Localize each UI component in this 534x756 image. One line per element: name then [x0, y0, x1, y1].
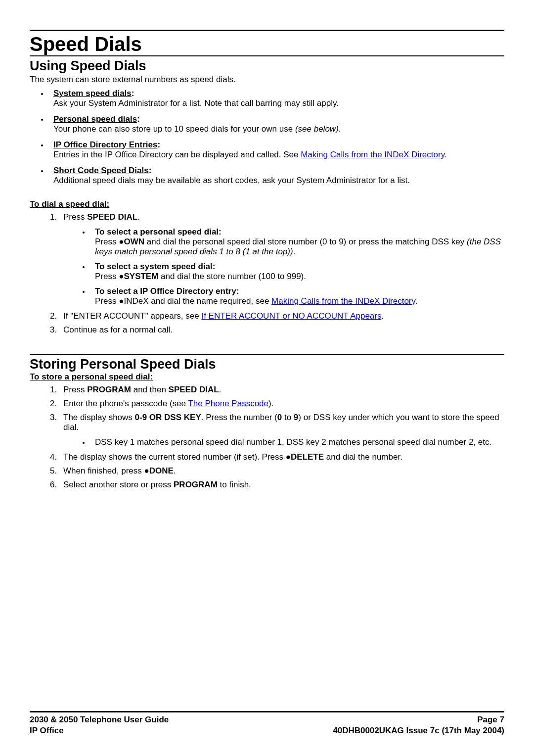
step-item: Select another store or press PROGRAM to…: [59, 480, 504, 490]
text: The display shows: [63, 413, 135, 422]
step-item: Continue as for a normal call.: [59, 325, 504, 335]
page-title: Speed Dials: [30, 33, 504, 55]
text: Select another store or press: [63, 480, 174, 489]
item-label: Personal speed dials: [53, 114, 137, 124]
text-bold: ●DONE: [144, 466, 173, 475]
text: Your phone can also store up to 10 speed…: [53, 124, 295, 134]
types-list: System speed dials: Ask your System Admi…: [48, 89, 504, 186]
footer-left: IP Office: [30, 725, 64, 736]
text-bold: ●DELETE: [286, 452, 324, 462]
text-bold: PROGRAM: [174, 480, 218, 489]
item-desc: Ask your System Administrator for a list…: [53, 98, 339, 108]
text: Enter the phone's passcode (see: [63, 399, 188, 408]
step-item: If "ENTER ACCOUNT" appears, see If ENTER…: [59, 311, 504, 321]
section2-title: Storing Personal Speed Dials: [30, 355, 504, 372]
text: Press: [63, 385, 87, 394]
text-bold: SPEED DIAL: [87, 212, 137, 222]
text: Press: [63, 212, 87, 222]
sub-title: To select a IP Office Directory entry:: [95, 286, 239, 296]
sub-list: To select a personal speed dial: Press ●…: [90, 227, 504, 306]
footer-left: 2030 & 2050 Telephone User Guide: [30, 714, 169, 725]
text-bold: PROGRAM: [87, 385, 131, 394]
text: . Press the number (: [201, 413, 277, 422]
top-rule: [30, 30, 504, 31]
list-item: Personal speed dials: Your phone can als…: [48, 114, 504, 134]
text: .: [381, 311, 384, 321]
item-desc: Entries in the IP Office Directory can b…: [53, 150, 447, 159]
step-item: Press PROGRAM and then SPEED DIAL.: [59, 385, 504, 395]
text: and dial the number.: [324, 452, 402, 462]
text-bold: 0: [277, 413, 282, 422]
text: .: [137, 212, 140, 222]
sub-item: DSS key 1 matches personal speed dial nu…: [90, 437, 504, 447]
text: The display shows the current stored num…: [63, 452, 286, 462]
section1-intro: The system can store external numbers as…: [30, 75, 504, 85]
to-store-heading: To store a personal speed dial:: [30, 372, 504, 382]
to-dial-heading: To dial a speed dial:: [30, 199, 504, 209]
item-desc: Your phone can also store up to 10 speed…: [53, 124, 341, 134]
text: ).: [268, 399, 273, 408]
page-footer: 2030 & 2050 Telephone User Guide Page 7 …: [30, 707, 504, 736]
text-bold: 0-9 OR DSS KEY: [135, 413, 201, 422]
item-label: System speed dials: [53, 89, 132, 98]
step-item: The display shows the current stored num…: [59, 452, 504, 462]
sub-title: To select a personal speed dial:: [95, 227, 222, 236]
text: When finished, press: [63, 466, 144, 475]
footer-right: Page 7: [477, 714, 504, 725]
text-italic: (see below): [295, 124, 339, 134]
text: Entries in the IP Office Directory can b…: [53, 150, 301, 159]
item-label: Short Code Speed Dials: [53, 166, 149, 175]
text: and then: [131, 385, 169, 394]
list-item: Short Code Speed Dials: Additional speed…: [48, 166, 504, 186]
text: and dial the personal speed dial store n…: [144, 237, 467, 246]
text: Press: [95, 237, 119, 246]
text-bold: ●SYSTEM: [119, 272, 158, 281]
step-item: The display shows 0-9 OR DSS KEY. Press …: [59, 413, 504, 447]
store-steps: Press PROGRAM and then SPEED DIAL. Enter…: [59, 385, 504, 490]
sub-item: To select a IP Office Directory entry: P…: [90, 286, 504, 306]
sub-item: To select a personal speed dial: Press ●…: [90, 227, 504, 257]
step-item: Enter the phone's passcode (see The Phon…: [59, 399, 504, 409]
text: .: [293, 247, 296, 256]
text-bold: SPEED DIAL: [169, 385, 219, 394]
link-enter-account[interactable]: If ENTER ACCOUNT or NO ACCOUNT Appears: [201, 311, 381, 321]
list-item: IP Office Directory Entries: Entries in …: [48, 140, 504, 160]
text-bold: ●OWN: [119, 237, 144, 246]
text: .: [415, 296, 418, 306]
link-phone-passcode[interactable]: The Phone Passcode: [188, 399, 268, 408]
text: Press: [95, 272, 119, 281]
sub-item: To select a system speed dial: Press ●SY…: [90, 262, 504, 282]
text: .: [174, 466, 176, 475]
section1-title: Using Speed Dials: [30, 56, 504, 74]
item-desc: Additional speed dials may be available …: [53, 176, 410, 185]
step-item: Press SPEED DIAL. To select a personal s…: [59, 212, 504, 306]
footer-right: 40DHB0002UKAG Issue 7c (17th May 2004): [333, 725, 504, 736]
text: .: [445, 150, 447, 159]
sub-list: DSS key 1 matches personal speed dial nu…: [90, 437, 504, 447]
footer-rule: [30, 711, 504, 712]
text: to: [282, 413, 294, 422]
text: .: [339, 124, 341, 134]
list-item: System speed dials: Ask your System Admi…: [48, 89, 504, 108]
step-item: When finished, press ●DONE.: [59, 466, 504, 476]
item-label: IP Office Directory Entries: [53, 140, 157, 149]
text: to finish.: [218, 480, 251, 489]
text: and dial the store number (100 to 999).: [158, 272, 306, 281]
text: If "ENTER ACCOUNT" appears, see: [63, 311, 201, 321]
link-index-directory[interactable]: Making Calls from the INDeX Directory: [301, 150, 445, 159]
text: Press ●INDeX and dial the name required,…: [95, 296, 271, 306]
link-index-directory[interactable]: Making Calls from the INDeX Directory: [271, 296, 415, 306]
sub-title: To select a system speed dial:: [95, 262, 215, 271]
dial-steps: Press SPEED DIAL. To select a personal s…: [59, 212, 504, 335]
text-bold: 9: [294, 413, 298, 422]
text: .: [219, 385, 222, 394]
